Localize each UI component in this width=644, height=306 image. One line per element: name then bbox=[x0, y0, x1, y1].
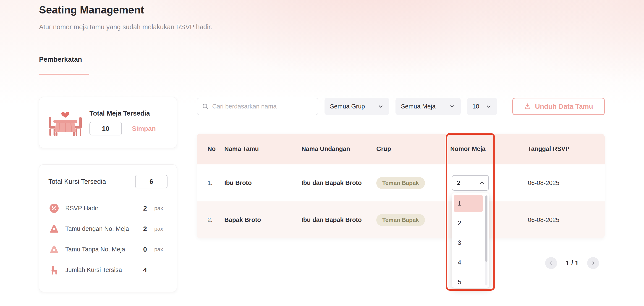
chevron-down-icon bbox=[378, 103, 384, 110]
page-title: Seating Management bbox=[39, 4, 144, 16]
stat-value: 2 bbox=[137, 225, 147, 233]
chevron-down-icon bbox=[449, 103, 455, 110]
total-kursi-label: Total Kursi Tersedia bbox=[48, 178, 106, 185]
tamu-dengan-meja-icon bbox=[48, 224, 60, 234]
cell-no: 2. bbox=[208, 216, 224, 224]
total-kursi-header: Total Kursi Tersedia bbox=[48, 175, 168, 188]
table-filter-dropdown[interactable]: Semua Meja bbox=[396, 98, 461, 115]
col-header-nama-undangan: Nama Undangan bbox=[302, 145, 376, 153]
page-indicator: 1 / 1 bbox=[566, 259, 578, 267]
group-badge: Teman Bapak bbox=[376, 214, 425, 226]
search-icon bbox=[202, 103, 209, 110]
table-row: 2. Bapak Broto Ibu dan Bapak Broto Teman… bbox=[197, 201, 605, 238]
guest-table: No Nama Tamu Nama Undangan Grup Nomor Me… bbox=[197, 134, 605, 238]
guest-stats-list: RSVP Hadir 2 pax Tamu dengan No. Meja 2 … bbox=[48, 198, 168, 280]
tab-pemberkatan[interactable]: Pemberkatan bbox=[39, 56, 82, 63]
total-meja-input-row: Simpan bbox=[90, 122, 156, 135]
group-badge: Teman Bapak bbox=[376, 177, 425, 189]
cell-tanggal-rsvp: 06-08-2025 bbox=[528, 216, 605, 224]
cell-nomor-meja: 2 bbox=[450, 175, 528, 191]
stat-label: Tamu dengan No. Meja bbox=[65, 225, 132, 232]
nomor-meja-option[interactable]: 2 bbox=[454, 215, 483, 231]
active-tab-underline bbox=[39, 74, 89, 75]
stat-label: Tamu Tanpa No. Meja bbox=[65, 246, 132, 253]
chevron-left-icon bbox=[548, 260, 554, 266]
stat-unit: pax bbox=[154, 226, 168, 232]
stat-label: Jumlah Kursi Tersisa bbox=[65, 266, 132, 273]
kursi-tersisa-icon bbox=[48, 265, 60, 275]
download-guest-data-button[interactable]: Unduh Data Tamu bbox=[512, 98, 605, 115]
nomor-meja-select[interactable]: 2 bbox=[452, 175, 489, 191]
stat-row-kursi-tersisa: Jumlah Kursi Tersisa 4 bbox=[48, 260, 168, 280]
pagination: 1 / 1 bbox=[545, 257, 599, 269]
total-meja-content: Total Meja Tersedia Simpan bbox=[90, 110, 156, 135]
tabs-divider bbox=[39, 75, 605, 75]
total-meja-input[interactable] bbox=[90, 122, 122, 135]
previous-page-button[interactable] bbox=[545, 257, 557, 269]
stat-value: 0 bbox=[137, 245, 147, 253]
download-icon bbox=[524, 103, 531, 110]
total-kursi-input[interactable] bbox=[135, 175, 168, 188]
group-filter-dropdown[interactable]: Semua Grup bbox=[324, 98, 389, 115]
chevron-right-icon bbox=[590, 260, 596, 266]
tamu-tanpa-meja-icon bbox=[48, 244, 60, 255]
cell-no: 1. bbox=[208, 179, 224, 187]
table-chairs-illustration bbox=[47, 108, 84, 138]
rsvp-hadir-icon bbox=[48, 203, 60, 213]
group-filter-value: Semua Grup bbox=[330, 103, 365, 110]
cell-tanggal-rsvp: 06-08-2025 bbox=[528, 179, 605, 187]
stat-unit: pax bbox=[154, 205, 168, 211]
stat-row-tamu-tanpa-meja: Tamu Tanpa No. Meja 0 pax bbox=[48, 239, 168, 260]
nomor-meja-option[interactable]: 4 bbox=[454, 254, 483, 271]
col-header-nomor-meja: Nomor Meja bbox=[450, 145, 528, 153]
search-box bbox=[197, 98, 318, 115]
cell-grup: Teman Bapak bbox=[376, 177, 450, 189]
nomor-meja-options-panel: 1 2 3 4 5 bbox=[452, 193, 489, 288]
seating-management-page: Seating Management Atur nomor meja tamu … bbox=[0, 0, 644, 306]
cell-nama-tamu: Bapak Broto bbox=[224, 216, 302, 224]
nomor-meja-selected-value: 2 bbox=[457, 179, 460, 187]
stat-row-tamu-dengan-meja: Tamu dengan No. Meja 2 pax bbox=[48, 218, 168, 239]
table-row: 1. Ibu Broto Ibu dan Bapak Broto Teman B… bbox=[197, 164, 605, 201]
cell-nama-undangan: Ibu dan Bapak Broto bbox=[302, 216, 376, 224]
table-filter-value: Semua Meja bbox=[401, 103, 436, 110]
total-kursi-card: Total Kursi Tersedia RSVP Hadir 2 bbox=[39, 164, 177, 292]
cell-grup: Teman Bapak bbox=[376, 214, 450, 226]
chevron-up-icon bbox=[479, 180, 485, 186]
stat-label: RSVP Hadir bbox=[65, 205, 132, 212]
simpan-button[interactable]: Simpan bbox=[132, 125, 156, 132]
stat-value: 2 bbox=[137, 204, 147, 212]
table-toolbar: Semua Grup Semua Meja 10 Unduh Data Tam bbox=[197, 98, 605, 115]
nomor-meja-option[interactable]: 1 bbox=[454, 195, 483, 212]
cell-nama-tamu: Ibu Broto bbox=[224, 179, 302, 187]
nomor-meja-option[interactable]: 3 bbox=[454, 234, 483, 251]
stat-value: 4 bbox=[137, 266, 147, 274]
table-header-row: No Nama Tamu Nama Undangan Grup Nomor Me… bbox=[197, 134, 605, 164]
total-meja-label: Total Meja Tersedia bbox=[90, 110, 156, 117]
col-header-tanggal-rsvp: Tanggal RSVP bbox=[528, 145, 605, 153]
col-header-grup: Grup bbox=[376, 145, 450, 153]
col-header-no: No bbox=[208, 145, 224, 153]
stat-row-rsvp-hadir: RSVP Hadir 2 pax bbox=[48, 198, 168, 218]
download-button-label: Unduh Data Tamu bbox=[535, 103, 593, 110]
summary-sidebar: Total Meja Tersedia Simpan Total Kursi T… bbox=[39, 97, 177, 292]
dropdown-scrollbar-track bbox=[485, 195, 488, 285]
next-page-button[interactable] bbox=[587, 257, 599, 269]
dropdown-scrollbar-thumb[interactable] bbox=[485, 195, 488, 262]
page-size-dropdown[interactable]: 10 bbox=[467, 98, 497, 115]
page-size-value: 10 bbox=[472, 103, 479, 110]
cell-nama-undangan: Ibu dan Bapak Broto bbox=[302, 179, 376, 187]
search-input[interactable] bbox=[212, 103, 313, 110]
chevron-down-icon bbox=[486, 103, 492, 110]
page-subtitle: Atur nomor meja tamu yang sudah melakuka… bbox=[39, 23, 212, 31]
total-meja-card: Total Meja Tersedia Simpan bbox=[39, 97, 177, 148]
stat-unit: pax bbox=[154, 246, 168, 252]
col-header-nama-tamu: Nama Tamu bbox=[224, 145, 302, 153]
nomor-meja-option[interactable]: 5 bbox=[454, 273, 483, 288]
